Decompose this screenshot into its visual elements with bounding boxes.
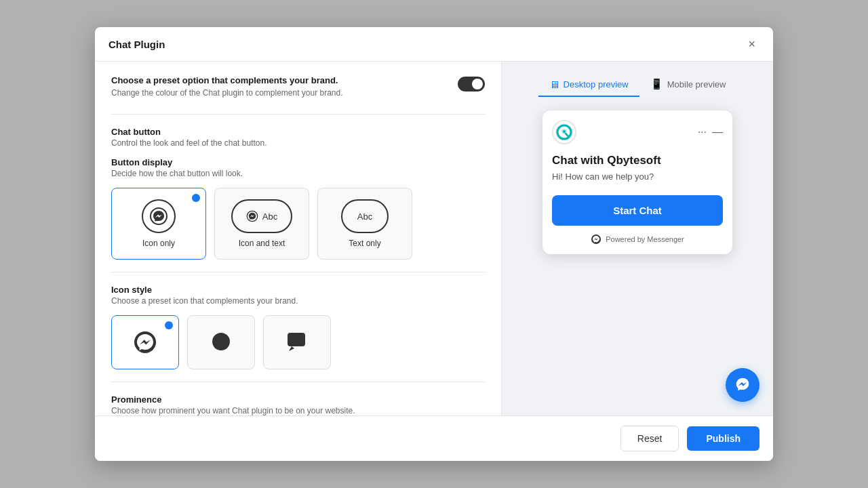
chat-widget-header: ··· — (542, 110, 732, 150)
chat-widget-body: Chat with Qbytesoft Hi! How can we help … (542, 150, 732, 254)
divider-3 (111, 382, 485, 382)
preset-text: Choose a preset option that complements … (111, 75, 343, 98)
powered-by-text: Powered by Messenger (606, 235, 684, 243)
button-display-options: Icon only Abc Icon and text (111, 188, 485, 260)
right-panel: 🖥 Desktop preview 📱 Mobile preview (502, 62, 773, 415)
chat-widget-subtitle: Hi! How can we help you? (552, 171, 723, 182)
icon-messenger[interactable] (111, 315, 179, 369)
preset-subheading: Change the colour of the Chat plugin to … (111, 88, 343, 98)
mobile-icon: 📱 (650, 78, 663, 90)
svg-point-1 (247, 211, 257, 221)
tab-desktop[interactable]: 🖥 Desktop preview (538, 73, 639, 97)
prominence-subtitle: Choose how prominent you want Chat plugi… (111, 406, 485, 415)
tab-mobile[interactable]: 📱 Mobile preview (639, 73, 737, 97)
preset-section: Choose a preset option that complements … (111, 75, 485, 98)
icon-only-preview (142, 199, 176, 233)
svg-point-0 (151, 208, 167, 224)
more-options-icon[interactable]: ··· (698, 126, 707, 138)
option-icon-only[interactable]: Icon only (111, 188, 206, 260)
messenger-icon-preview (149, 207, 168, 226)
svg-point-8 (563, 130, 566, 133)
icon-text-abc: Abc (262, 211, 277, 222)
divider-2 (111, 272, 485, 272)
option-icon-and-text[interactable]: Abc Icon and text (214, 188, 309, 260)
chat-widget-preview: ··· — Chat with Qbytesoft Hi! How can we… (542, 110, 732, 254)
selected-dot (192, 194, 200, 202)
reset-button[interactable]: Reset (620, 426, 679, 451)
icon-bubble[interactable] (187, 315, 255, 369)
modal-header: Chat Plugin × (95, 27, 773, 62)
chat-widget-title: Chat with Qbytesoft (552, 154, 723, 167)
left-panel: Choose a preset option that complements … (95, 62, 502, 415)
option-text-only[interactable]: Abc Text only (317, 188, 412, 260)
qbytesoft-logo (555, 123, 574, 142)
mobile-tab-label: Mobile preview (667, 79, 726, 89)
messenger-icon-small (246, 210, 258, 222)
prominence-section: Prominence Choose how prominent you want… (111, 394, 485, 415)
icon-style-title: Icon style (111, 285, 485, 295)
floating-messenger-icon (734, 376, 751, 394)
divider-1 (111, 114, 485, 115)
messenger-style-icon (133, 330, 157, 354)
bubble-style-icon (209, 330, 233, 354)
icon-style-subtitle: Choose a preset icon that complements yo… (111, 296, 485, 306)
icon-text-preview: Abc (231, 199, 292, 233)
desktop-icon: 🖥 (549, 79, 559, 90)
preview-tabs: 🖥 Desktop preview 📱 Mobile preview (538, 73, 737, 97)
text-only-preview: Abc (341, 199, 389, 233)
preset-heading: Choose a preset option that complements … (111, 75, 343, 85)
modal-footer: Reset Publish (95, 415, 773, 461)
prominence-title: Prominence (111, 394, 485, 405)
minimize-icon[interactable]: — (712, 126, 723, 138)
chat-button-title: Chat button (111, 127, 485, 137)
publish-button[interactable]: Publish (687, 426, 760, 451)
chat-button-subtitle: Control the look and feel of the chat bu… (111, 138, 485, 148)
start-chat-button[interactable]: Start Chat (552, 195, 723, 226)
icon-style-section: Icon style Choose a preset icon that com… (111, 285, 485, 369)
button-display-subtitle: Decide how the chat button will look. (111, 169, 485, 178)
powered-by: Powered by Messenger (552, 234, 723, 245)
chat-plugin-modal: Chat Plugin × Choose a preset option tha… (95, 27, 773, 461)
icon-and-text-label: Icon and text (239, 239, 285, 248)
icon-speech[interactable] (263, 315, 331, 369)
text-only-label: Text only (349, 239, 380, 248)
close-button[interactable]: × (744, 37, 760, 52)
floating-chat-button[interactable] (726, 368, 760, 402)
desktop-tab-label: Desktop preview (564, 79, 629, 89)
svg-point-3 (212, 333, 230, 350)
selected-dot-icon (165, 321, 173, 329)
icon-only-label: Icon only (142, 239, 175, 248)
button-display-section: Button display Decide how the chat butto… (111, 157, 485, 260)
modal-title: Chat Plugin (108, 39, 165, 50)
chat-widget-actions: ··· — (698, 126, 723, 138)
speech-style-icon (285, 330, 309, 354)
preset-toggle[interactable] (458, 77, 485, 92)
button-display-title: Button display (111, 157, 485, 167)
company-logo (552, 120, 576, 144)
icon-style-options (111, 315, 485, 369)
chat-button-section: Chat button Control the look and feel of… (111, 127, 485, 148)
svg-rect-4 (288, 333, 305, 346)
modal-body: Choose a preset option that complements … (95, 62, 773, 415)
messenger-powered-icon (591, 234, 601, 245)
text-only-abc: Abc (357, 211, 372, 222)
